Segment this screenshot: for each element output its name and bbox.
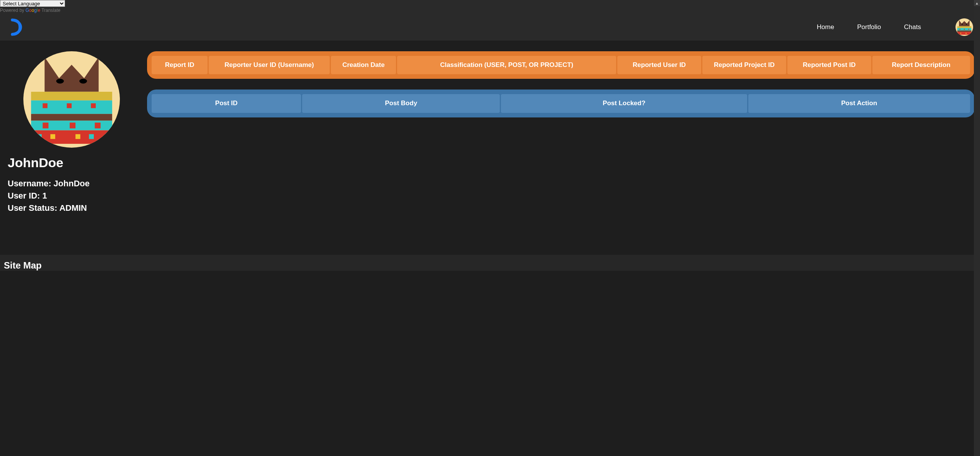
col-creation-date: Creation Date bbox=[331, 56, 396, 74]
profile-user-id: User ID: 1 bbox=[8, 191, 136, 201]
svg-point-15 bbox=[79, 79, 87, 84]
col-reported-post-id: Reported Post ID bbox=[787, 56, 871, 74]
avatar-icon bbox=[955, 18, 973, 36]
col-report-description: Report Description bbox=[872, 56, 970, 74]
svg-point-10 bbox=[968, 29, 969, 30]
profile-avatar bbox=[23, 51, 120, 148]
translate-bar: Select Language Powered by Google Transl… bbox=[0, 0, 980, 14]
svg-rect-6 bbox=[957, 31, 972, 32]
tables-column: Report ID Reporter User ID (Username) Cr… bbox=[147, 51, 975, 239]
svg-point-12 bbox=[965, 33, 967, 34]
reports-header-row: Report ID Reporter User ID (Username) Cr… bbox=[152, 56, 970, 74]
svg-rect-21 bbox=[43, 103, 47, 108]
profile-username: Username: JohnDoe bbox=[8, 179, 136, 189]
posts-header-row: Post ID Post Body Post Locked? Post Acti… bbox=[152, 94, 970, 112]
col-post-locked: Post Locked? bbox=[501, 94, 747, 112]
svg-rect-0 bbox=[8, 18, 11, 36]
svg-point-8 bbox=[959, 29, 960, 30]
col-report-id: Report ID bbox=[152, 56, 208, 74]
language-select[interactable]: Select Language bbox=[0, 0, 65, 7]
svg-rect-4 bbox=[957, 26, 972, 28]
footer-title: Site Map bbox=[4, 260, 975, 271]
svg-rect-23 bbox=[91, 103, 96, 108]
svg-rect-22 bbox=[67, 103, 72, 108]
svg-rect-28 bbox=[75, 134, 80, 139]
svg-point-2 bbox=[962, 24, 963, 25]
svg-rect-25 bbox=[70, 122, 75, 128]
svg-rect-30 bbox=[89, 134, 94, 139]
google-logo-icon: Google bbox=[25, 8, 40, 13]
nav-home[interactable]: Home bbox=[817, 23, 834, 31]
col-classification: Classification (USER, POST, OR PROJECT) bbox=[397, 56, 616, 74]
profile-sidebar: JohnDoe Username: JohnDoe User ID: 1 Use… bbox=[5, 51, 136, 239]
svg-rect-27 bbox=[51, 134, 56, 139]
primary-nav: Home Portfolio Chats bbox=[817, 18, 973, 36]
svg-point-11 bbox=[960, 33, 961, 34]
svg-rect-20 bbox=[31, 130, 112, 144]
col-reported-user-id: Reported User ID bbox=[617, 56, 701, 74]
app-header: Home Portfolio Chats bbox=[0, 14, 980, 41]
col-post-action: Post Action bbox=[748, 94, 970, 112]
header-avatar[interactable] bbox=[955, 18, 973, 36]
svg-rect-7 bbox=[957, 32, 972, 34]
col-post-body: Post Body bbox=[302, 94, 500, 112]
col-reporter-user-id: Reporter User ID (Username) bbox=[209, 56, 330, 74]
main-content: JohnDoe Username: JohnDoe User ID: 1 Use… bbox=[0, 41, 980, 255]
brand-logo-icon bbox=[7, 18, 22, 36]
svg-point-14 bbox=[56, 79, 64, 84]
reports-panel: Report ID Reporter User ID (Username) Cr… bbox=[147, 51, 975, 79]
powered-by-line: Powered by Google Translate bbox=[0, 7, 980, 13]
posts-panel: Post ID Post Body Post Locked? Post Acti… bbox=[147, 90, 975, 117]
svg-point-3 bbox=[966, 24, 967, 25]
svg-rect-26 bbox=[95, 122, 100, 128]
profile-user-status: User Status: ADMIN bbox=[8, 203, 136, 213]
scroll-up-arrow-icon[interactable]: ▲ bbox=[974, 0, 980, 6]
svg-rect-16 bbox=[31, 92, 112, 101]
svg-point-9 bbox=[964, 29, 965, 30]
svg-rect-29 bbox=[37, 134, 42, 139]
col-post-id: Post ID bbox=[152, 94, 301, 112]
nav-portfolio[interactable]: Portfolio bbox=[857, 23, 881, 31]
translate-label: Translate bbox=[41, 8, 61, 13]
col-reported-project-id: Reported Project ID bbox=[702, 56, 786, 74]
profile-avatar-icon bbox=[23, 51, 120, 148]
svg-rect-24 bbox=[43, 122, 48, 128]
profile-display-name: JohnDoe bbox=[8, 155, 136, 170]
svg-rect-18 bbox=[31, 114, 112, 121]
brand-logo[interactable] bbox=[7, 18, 22, 36]
nav-chats[interactable]: Chats bbox=[904, 23, 921, 31]
vertical-scrollbar[interactable]: ▲ bbox=[974, 0, 980, 456]
page-footer: Site Map bbox=[0, 255, 980, 271]
powered-by-text: Powered by bbox=[0, 8, 24, 13]
